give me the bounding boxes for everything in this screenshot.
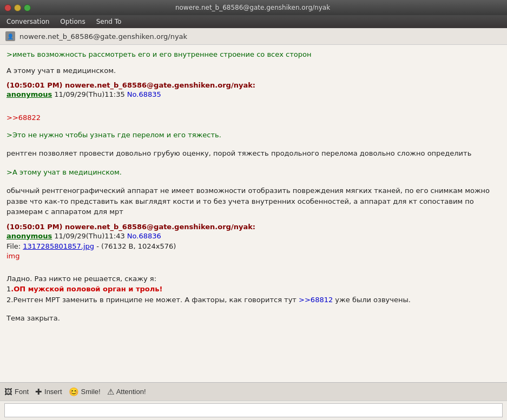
img-link[interactable]: img (6, 252, 20, 260)
file-info: File: 1317285801857.jpg - (76132 В, 1024… (6, 241, 501, 252)
font-label: Font (15, 388, 29, 396)
attention-button[interactable]: ⚠ Attention! (107, 387, 146, 397)
font-icon: 🖼 (4, 387, 12, 396)
bottom-toolbar: 🖼 Font ✚ Insert 😊 Smile! ⚠ Attention! (0, 382, 507, 401)
post-date: 11/09/29(Thu)11:43 (54, 232, 127, 240)
message-area[interactable]: >иметь возможность рассмотреть его и его… (0, 45, 507, 382)
post-date: 11/09/29(Thu)11:35 (54, 90, 127, 98)
list-item: А этому учат в медицинском. (6, 65, 501, 76)
list-item: Ладно. Раз никто не решается, скажу я: 1… (6, 265, 501, 324)
insert-icon: ✚ (35, 387, 42, 397)
author-info: anonymous 11/09/29(Thu)11:35 No.68835 (6, 89, 501, 100)
menu-options[interactable]: Options (56, 17, 89, 26)
minimize-button[interactable] (14, 4, 21, 11)
user-header: 👤 nowere.net_b_68586@gate.genshiken.org/… (0, 28, 507, 45)
smile-icon: 😊 (69, 387, 79, 397)
file-label: File: (6, 242, 23, 250)
post-number-link[interactable]: No.68836 (127, 232, 161, 240)
input-area (0, 401, 507, 420)
timestamp: (10:50:01 PM) nowere.net_b_68586@gate.ge… (6, 81, 501, 89)
file-link[interactable]: 1317285801857.jpg (23, 242, 94, 250)
message-input[interactable] (4, 403, 503, 417)
plain-text: рентген позволяет провести довольно груб… (6, 148, 501, 159)
insert-button[interactable]: ✚ Insert (35, 387, 62, 397)
close-button[interactable] (4, 4, 11, 11)
list-item: (10:50:01 PM) nowere.net_b_68586@gate.ge… (6, 223, 501, 260)
quote-text: >иметь возможность рассмотреть его и его… (6, 49, 501, 60)
window-buttons (4, 4, 31, 11)
post-number-link[interactable]: No.68835 (127, 90, 161, 98)
quote-text: >Это не нужно чтобы узнать где перелом и… (6, 130, 501, 141)
plain-text: А этому учат в медицинском. (6, 65, 501, 76)
smile-button[interactable]: 😊 Smile! (69, 387, 101, 397)
post-ref-68822[interactable]: >>68822 (6, 114, 41, 122)
attention-label: Attention! (116, 388, 146, 396)
numbered-item-2: 2.Рентген МРТ заменить в принципе не мож… (6, 295, 501, 305)
font-button[interactable]: 🖼 Font (4, 387, 29, 396)
maximize-button[interactable] (24, 4, 31, 11)
list-item: (10:50:01 PM) nowere.net_b_68586@gate.ge… (6, 81, 501, 100)
title-bar: nowere.net_b_68586@gate.genshiken.org/ny… (0, 0, 507, 15)
menu-bar: Conversation Options Send To (0, 15, 507, 28)
numbered-item-1: 1.ОП мужской половой орган и троль! (6, 284, 501, 295)
file-size: - (76132 В, 1024x576) (96, 242, 176, 250)
menu-conversation[interactable]: Conversation (2, 17, 54, 26)
sender-name: nowere.net_b_68586@gate.genshiken.org/ny… (65, 223, 255, 231)
sender-name: nowere.net_b_68586@gate.genshiken.org/ny… (65, 81, 255, 89)
author-link[interactable]: anonymous (6, 90, 52, 98)
user-avatar-icon: 👤 (5, 31, 15, 41)
post-ref-68812[interactable]: >>68812 (299, 296, 333, 304)
insert-label: Insert (44, 388, 62, 396)
timestamp: (10:50:01 PM) nowere.net_b_68586@gate.ge… (6, 223, 501, 231)
window-title: nowere.net_b_68586@gate.genshiken.org/ny… (35, 4, 470, 11)
plain-text: Тема закрыта. (6, 313, 501, 324)
main-window: 👤 nowere.net_b_68586@gate.genshiken.org/… (0, 28, 507, 420)
list-item: >иметь возможность рассмотреть его и его… (6, 49, 501, 60)
smile-label: Smile! (81, 388, 101, 396)
user-name: nowere.net_b_68586@gate.genshiken.org/ny… (19, 32, 187, 41)
menu-send-to[interactable]: Send To (92, 17, 126, 26)
author-info: anonymous 11/09/29(Thu)11:43 No.68836 (6, 231, 501, 242)
quote-text: >А этому учат в медицинском. (6, 167, 501, 178)
plain-text: обычный рентгенографический аппарат не и… (6, 185, 501, 217)
list-item: >>68822 >Это не нужно чтобы узнать где п… (6, 105, 501, 217)
plain-text: Ладно. Раз никто не решается, скажу я: (6, 274, 501, 284)
author-link[interactable]: anonymous (6, 232, 52, 240)
attention-icon: ⚠ (107, 387, 114, 397)
